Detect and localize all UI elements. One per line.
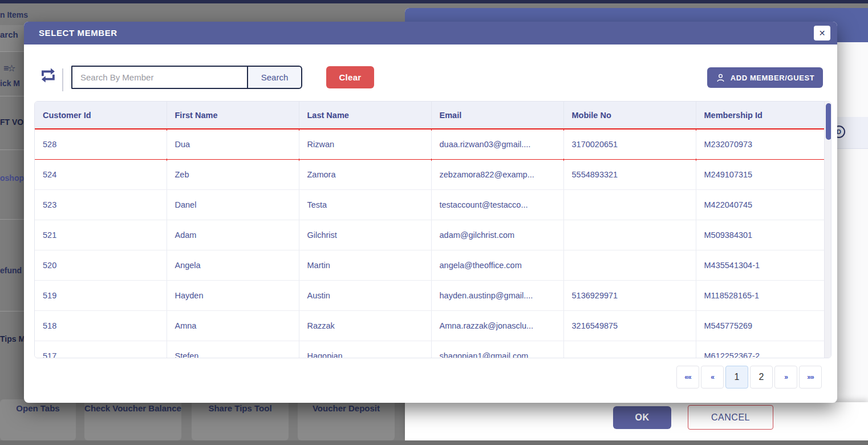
table-row[interactable]: 524 Zeb Zamora zebzamora822@examp... 555… xyxy=(35,160,824,190)
table-row[interactable]: 528 Dua Rizwan duaa.rizwan03@gmail.... 3… xyxy=(35,130,824,160)
cell-customer-id: 518 xyxy=(35,311,167,341)
bg-open-items-label: n Items xyxy=(0,10,28,19)
table-row[interactable]: 520 Angela Martin angela@theoffice.com M… xyxy=(35,250,824,281)
cell-mobile-no: 3216549875 xyxy=(563,311,696,341)
table-row[interactable]: 521 Adam Gilchrist adam@gilchrist.com M5… xyxy=(35,220,824,250)
cell-email: hayden.austinp@gmail.... xyxy=(431,281,563,311)
cell-customer-id: 520 xyxy=(35,250,167,281)
member-table: Customer Id First Name Last Name Email M… xyxy=(34,101,832,358)
column-header-customer-id: Customer Id xyxy=(35,102,167,130)
cell-customer-id: 528 xyxy=(35,130,167,160)
cell-email: duaa.rizwan03@gmail.... xyxy=(431,130,563,160)
repeat-icon[interactable] xyxy=(39,67,57,84)
cell-customer-id: 524 xyxy=(35,160,167,190)
cell-first-name: Adam xyxy=(167,220,299,250)
cell-customer-id: 517 xyxy=(35,341,167,359)
bg-search-label: arch xyxy=(0,30,18,39)
cell-first-name: Zeb xyxy=(167,160,299,190)
column-header-last-name: Last Name xyxy=(299,102,431,130)
bg-tile-open-tabs: Open Tabs xyxy=(0,399,76,440)
cell-membership-id: M612252367-2 xyxy=(696,341,824,359)
cell-membership-id: M509384301 xyxy=(696,220,824,250)
cell-email: adam@gilchrist.com xyxy=(431,220,563,250)
pagination-next-button[interactable]: » xyxy=(774,366,797,389)
bg-tips-label: Tips M xyxy=(0,334,25,343)
underlying-dialog-footer: OK CANCEL xyxy=(405,402,868,440)
cell-first-name: Dua xyxy=(167,130,299,160)
pagination-page-1-button[interactable]: 1 xyxy=(725,366,748,389)
bg-divider xyxy=(0,149,24,150)
add-member-guest-button[interactable]: ADD MEMBER/GUEST xyxy=(707,67,823,88)
cell-email: zebzamora822@examp... xyxy=(431,160,563,190)
bg-tile-voucher-deposit: Voucher Deposit xyxy=(298,399,395,440)
cell-first-name: Danel xyxy=(167,190,299,220)
select-member-modal: SELECT MEMBER ✕ Search Clear ADD MEMBER/… xyxy=(24,22,837,403)
cell-customer-id: 519 xyxy=(35,281,167,311)
column-header-email: Email xyxy=(431,102,563,130)
bg-divider xyxy=(0,219,24,220)
pagination-first-button[interactable]: «« xyxy=(676,366,699,389)
cell-email: testaccount@testacco... xyxy=(431,190,563,220)
person-icon xyxy=(716,73,725,83)
cell-mobile-no xyxy=(563,250,696,281)
cell-mobile-no: 3170020651 xyxy=(563,130,696,160)
cell-email: Amna.razzak@jonasclu... xyxy=(431,311,563,341)
pagination: «« « 1 2 » »» xyxy=(676,366,822,389)
cell-email: angela@theoffice.com xyxy=(431,250,563,281)
cell-last-name: Zamora xyxy=(299,160,431,190)
modal-title: SELECT MEMBER xyxy=(39,28,117,38)
table-row[interactable]: 517 Stefen Hagopian shagopian1@gmail.com… xyxy=(35,341,824,359)
bg-tile-share-tips-tool: Share Tips Tool xyxy=(192,399,289,440)
cell-mobile-no: 5136929971 xyxy=(563,281,696,311)
table-row[interactable]: 518 Amna Razzak Amna.razzak@jonasclu... … xyxy=(35,311,824,341)
cancel-button[interactable]: CANCEL xyxy=(688,405,773,430)
cell-membership-id: M232070973 xyxy=(696,130,824,160)
pagination-prev-button[interactable]: « xyxy=(701,366,724,389)
modal-header: SELECT MEMBER ✕ xyxy=(24,22,837,44)
bg-divider xyxy=(0,96,24,96)
ok-button[interactable]: OK xyxy=(613,406,671,429)
search-group: Search xyxy=(71,66,302,89)
table-scrollbar-thumb[interactable] xyxy=(826,103,832,140)
table-scrollbar[interactable] xyxy=(824,102,831,358)
table-header-row: Customer Id First Name Last Name Email M… xyxy=(35,102,824,130)
cell-mobile-no xyxy=(563,341,696,359)
search-button[interactable]: Search xyxy=(247,66,302,89)
quick-menu-icon: ≡☆ xyxy=(3,63,15,74)
cell-membership-id: M435541304-1 xyxy=(696,250,824,281)
cell-last-name: Austin xyxy=(299,281,431,311)
search-input[interactable] xyxy=(71,66,247,89)
cell-first-name: Angela xyxy=(167,250,299,281)
close-icon[interactable]: ✕ xyxy=(814,26,830,41)
table-row[interactable]: 519 Hayden Austin hayden.austinp@gmail..… xyxy=(35,281,824,311)
pagination-last-button[interactable]: »» xyxy=(799,366,822,389)
table-row[interactable]: 523 Danel Testa testaccount@testacco... … xyxy=(35,190,824,220)
cell-customer-id: 521 xyxy=(35,220,167,250)
column-header-mobile-no: Mobile No xyxy=(563,102,696,130)
pagination-page-2-button[interactable]: 2 xyxy=(750,366,773,389)
column-header-membership-id: Membership Id xyxy=(696,102,824,130)
cell-membership-id: M118528165-1 xyxy=(696,281,824,311)
bg-proshop-label: oshop xyxy=(0,173,24,183)
cell-membership-id: M249107315 xyxy=(696,160,824,190)
cell-last-name: Rizwan xyxy=(299,130,431,160)
bg-tile-check-voucher-balance: Check Voucher Balance xyxy=(84,399,181,440)
cell-mobile-no xyxy=(563,190,696,220)
clear-button[interactable]: Clear xyxy=(326,66,374,88)
toolbar-divider xyxy=(62,68,63,91)
bg-divider xyxy=(0,311,24,312)
member-table-body: 528 Dua Rizwan duaa.rizwan03@gmail.... 3… xyxy=(35,130,824,359)
bottom-gray-strip xyxy=(0,440,868,445)
cell-mobile-no xyxy=(563,220,696,250)
cell-last-name: Gilchrist xyxy=(299,220,431,250)
cell-membership-id: M545775269 xyxy=(696,311,824,341)
cell-last-name: Testa xyxy=(299,190,431,220)
cell-customer-id: 523 xyxy=(35,190,167,220)
bg-quick-menu-label: ick M xyxy=(0,79,20,88)
cell-first-name: Amna xyxy=(167,311,299,341)
cell-last-name: Razzak xyxy=(299,311,431,341)
cell-email: shagopian1@gmail.com xyxy=(431,341,563,359)
add-member-guest-label: ADD MEMBER/GUEST xyxy=(731,74,815,82)
cell-membership-id: M422040745 xyxy=(696,190,824,220)
top-navy-strip xyxy=(0,0,868,3)
